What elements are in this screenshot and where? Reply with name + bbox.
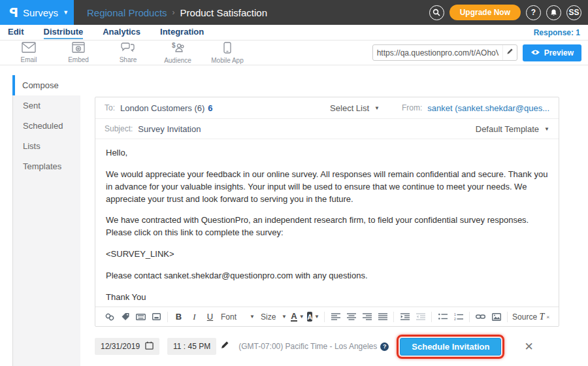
italic-button[interactable]: I xyxy=(189,310,199,324)
notifications-bell-icon[interactable] xyxy=(546,5,561,20)
distribute-toolbar: Email Embed Share $ Audience Mobile App xyxy=(0,40,588,65)
channel-mobile-app[interactable]: Mobile App xyxy=(210,42,244,64)
mobile-app-icon xyxy=(223,42,231,56)
to-recipient-count[interactable]: 6 xyxy=(208,103,212,113)
time-field[interactable]: 11 : 45 PM xyxy=(167,338,216,355)
channel-share[interactable]: Share xyxy=(111,42,145,64)
insert-image-icon[interactable] xyxy=(491,310,501,324)
breadcrumb-current: Product Satisfaction xyxy=(180,7,267,18)
edit-time-pencil-icon[interactable] xyxy=(220,341,229,352)
bullet-list-icon[interactable] xyxy=(438,310,448,324)
search-icon[interactable] xyxy=(429,5,444,20)
sidebar-item-lists[interactable]: Lists xyxy=(13,136,80,156)
sidebar-item-compose[interactable]: Compose xyxy=(12,75,80,95)
from-sender-value[interactable]: sanket (sanket.shekdar@ques... xyxy=(427,103,549,113)
app-header: P Surveys ▼ Regional Products › Product … xyxy=(0,0,588,25)
channel-audience[interactable]: $ Audience xyxy=(161,42,195,64)
compose-panel: To: London Customers (6) 6 Select List ▼… xyxy=(95,97,559,327)
align-right-icon[interactable] xyxy=(362,310,372,324)
eye-icon xyxy=(531,48,540,58)
numbered-list-icon[interactable]: 12 xyxy=(453,310,463,324)
share-icon xyxy=(121,42,135,56)
template-dropdown-label: Default Template xyxy=(476,124,539,134)
time-value: 11 : 45 PM xyxy=(173,342,210,351)
svg-text:1: 1 xyxy=(454,313,456,316)
email-body-editor[interactable]: Hello, We would appreciate your feedback… xyxy=(95,139,559,307)
keyboard-icon[interactable] xyxy=(136,310,146,324)
sidebar-item-templates[interactable]: Templates xyxy=(13,156,80,176)
preview-label: Preview xyxy=(544,48,574,58)
font-dropdown[interactable]: Font▼ xyxy=(221,310,255,324)
from-label: From: xyxy=(402,103,422,112)
upgrade-now-button[interactable]: Upgrade Now xyxy=(449,5,521,20)
channel-label: Audience xyxy=(164,57,191,64)
background-color-button[interactable]: A▼ xyxy=(308,310,318,324)
tab-analytics[interactable]: Analytics xyxy=(103,25,140,39)
close-icon[interactable]: ✕ xyxy=(524,340,533,354)
survey-url-input[interactable] xyxy=(373,48,502,58)
svg-text:2: 2 xyxy=(454,317,456,321)
survey-link-icon[interactable] xyxy=(105,310,114,324)
response-count-link[interactable]: Response: 1 xyxy=(534,28,580,37)
tab-edit[interactable]: Edit xyxy=(8,25,24,39)
remove-format-icon[interactable]: T× xyxy=(540,310,549,324)
survey-url-field[interactable] xyxy=(372,44,517,61)
body-paragraph: We would appreciate your feedback in our… xyxy=(106,169,548,206)
underline-button[interactable]: U xyxy=(205,310,215,324)
justify-icon[interactable] xyxy=(378,310,387,324)
tab-distribute[interactable]: Distribute xyxy=(44,25,84,39)
schedule-invitation-button[interactable]: Schedule Invitation xyxy=(400,338,501,356)
bold-button[interactable]: B xyxy=(174,310,184,324)
template-dropdown[interactable]: Default Template ▼ xyxy=(476,124,549,134)
hyperlink-icon[interactable] xyxy=(476,310,485,324)
questionpro-logo-icon: P xyxy=(9,5,18,20)
to-label: To: xyxy=(105,103,115,112)
breadcrumb-parent-link[interactable]: Regional Products xyxy=(87,7,167,18)
outdent-icon[interactable] xyxy=(416,310,425,324)
indent-icon[interactable] xyxy=(400,310,410,324)
chevron-down-icon: ▼ xyxy=(282,314,287,320)
edit-url-pencil-icon[interactable] xyxy=(502,45,517,60)
surveys-menu[interactable]: P Surveys ▼ xyxy=(0,0,74,25)
select-list-dropdown[interactable]: Select List ▼ xyxy=(330,103,380,113)
body-paragraph: Thank You xyxy=(106,291,548,304)
chevron-down-icon: ▼ xyxy=(299,314,304,320)
merge-tag-icon[interactable] xyxy=(120,310,130,324)
text-color-button[interactable]: A▼ xyxy=(293,310,302,324)
avatar[interactable]: SS xyxy=(566,5,581,20)
sidebar-item-scheduled[interactable]: Scheduled xyxy=(13,116,80,136)
schedule-button-highlight: Schedule Invitation xyxy=(397,335,504,359)
channel-embed[interactable]: Embed xyxy=(61,42,95,64)
to-value: London Customers (6) xyxy=(120,103,204,113)
channel-label: Embed xyxy=(68,56,89,63)
chevron-down-icon: ▼ xyxy=(63,9,69,16)
calendar-icon xyxy=(145,341,154,352)
channel-label: Mobile App xyxy=(211,57,243,64)
align-left-icon[interactable] xyxy=(331,310,340,324)
svg-text:$: $ xyxy=(172,42,176,49)
timezone-help-icon[interactable]: ? xyxy=(380,342,389,351)
channel-label: Email xyxy=(20,56,37,63)
chevron-down-icon: ▼ xyxy=(374,105,380,111)
chevron-down-icon: ▼ xyxy=(314,314,319,320)
tab-integration[interactable]: Integration xyxy=(160,25,204,39)
preview-button[interactable]: Preview xyxy=(523,44,581,61)
surveys-menu-label: Surveys xyxy=(23,7,58,18)
select-list-label: Select List xyxy=(330,103,369,113)
source-button[interactable]: eSource xyxy=(514,310,534,324)
subject-value[interactable]: Survey Invitation xyxy=(138,124,201,134)
date-value: 12/31/2019 xyxy=(101,342,140,351)
subject-label: Subject: xyxy=(105,124,133,133)
insert-button-icon[interactable] xyxy=(152,310,161,324)
editor-toolbar: B I U Font▼ Size▼ A▼ A▼ 12 eSource T× xyxy=(95,307,559,326)
align-center-icon[interactable] xyxy=(346,310,356,324)
email-icon xyxy=(22,42,36,56)
channel-label: Share xyxy=(120,56,137,63)
sidebar-item-sent[interactable]: Sent xyxy=(13,95,80,116)
help-icon[interactable]: ? xyxy=(526,5,541,20)
chevron-down-icon: ▼ xyxy=(544,126,549,132)
body-paragraph: Please contact sanket.shekdar@questionpr… xyxy=(106,270,548,282)
date-field[interactable]: 12/31/2019 xyxy=(95,338,159,355)
channel-email[interactable]: Email xyxy=(12,42,46,64)
size-dropdown[interactable]: Size▼ xyxy=(261,310,287,324)
